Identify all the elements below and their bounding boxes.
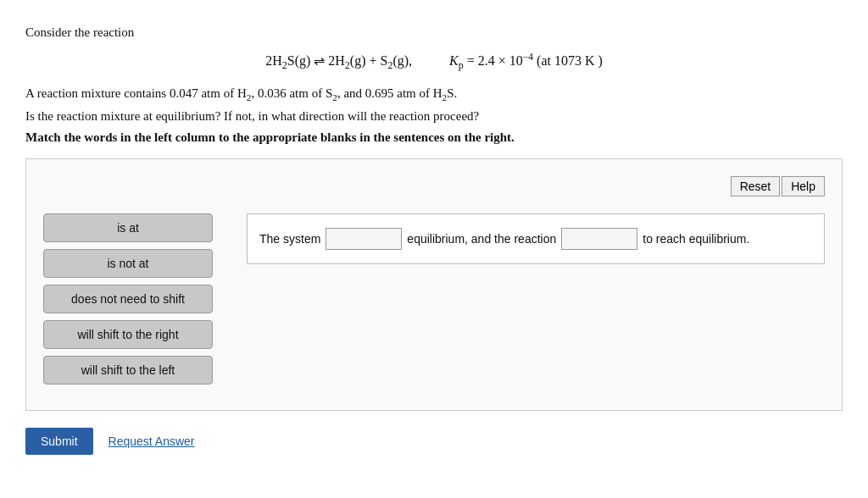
sentence-before-drop1: The system [259,232,320,246]
sentence-after-drop2: to reach equilibrium. [643,232,749,246]
drag-item-is-at[interactable]: is at [43,213,213,242]
equation-text: 2H2S(g) ⇌ 2H2(g) + S2(g), [265,53,415,68]
equation-row: 2H2S(g) ⇌ 2H2(g) + S2(g), Kp = 2.4 × 10−… [25,52,843,73]
sentence-between: equilibrium, and the reaction [407,232,556,246]
help-button[interactable]: Help [782,176,825,196]
submit-button[interactable]: Submit [25,428,93,455]
reset-button[interactable]: Reset [731,176,781,196]
left-column: is at is not at does not need to shift w… [43,213,213,385]
drag-area: is at is not at does not need to shift w… [43,213,825,385]
request-answer-link[interactable]: Request Answer [108,434,195,448]
drag-item-shift-right[interactable]: will shift to the right [43,320,213,349]
drag-item-shift-left[interactable]: will shift to the left [43,356,213,385]
sentence-area: The system equilibrium, and the reaction… [247,213,825,264]
question-line: Is the reaction mixture at equilibrium? … [25,109,843,124]
reset-help-row: Reset Help [43,176,825,196]
info-line: A reaction mixture contains 0.047 atm of… [25,86,843,102]
instruction-line: Match the words in the left column to th… [25,130,843,145]
bottom-row: Submit Request Answer [25,428,843,455]
drag-item-is-not-at[interactable]: is not at [43,249,213,278]
drop-box-2[interactable] [561,228,637,250]
interactive-box: Reset Help is at is not at does not need… [25,158,843,411]
consider-label: Consider the reaction [25,25,843,40]
drag-item-does-not-shift[interactable]: does not need to shift [43,285,213,313]
kp-expression: Kp = 2.4 × 10−4 (at 1073 K ) [449,53,603,68]
drop-box-1[interactable] [326,228,402,250]
page: Consider the reaction 2H2S(g) ⇌ 2H2(g) +… [0,0,868,498]
